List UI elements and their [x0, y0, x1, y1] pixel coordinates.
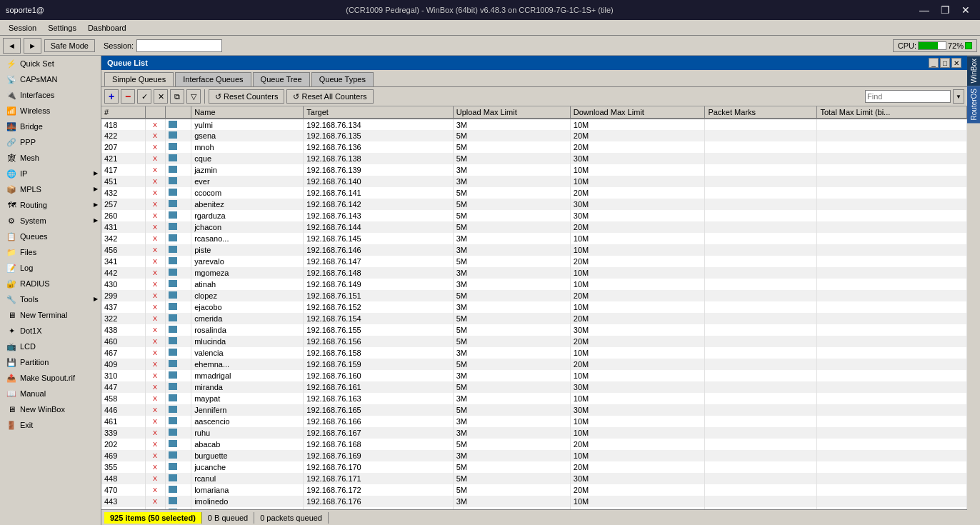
table-row[interactable]: 341 X yarevalo 192.168.76.147 5M 20M	[101, 256, 967, 267]
table-row[interactable]: 322 X cmerida 192.168.76.154 5M 20M	[101, 313, 967, 324]
table-row[interactable]: 458 X maypat 192.168.76.163 3M 10M	[101, 393, 967, 404]
table-row[interactable]: 409 X ehemna... 192.168.76.159 5M 20M	[101, 359, 967, 370]
table-row[interactable]: 467 X valencia 192.168.76.158 3M 10M	[101, 347, 967, 359]
panel-close-button[interactable]: ✕	[951, 58, 961, 68]
table-row[interactable]: 257 X abenitez 192.168.76.142 5M 30M	[101, 199, 967, 210]
tab-interface-queues[interactable]: Interface Queues	[175, 72, 251, 86]
table-row[interactable]: 207 X mnoh 192.168.76.136 5M 20M	[101, 141, 967, 153]
reset-all-counters-button[interactable]: ↺ Reset All Counters	[286, 89, 373, 104]
sidebar-item-partition[interactable]: 💾 Partition	[0, 354, 101, 370]
menu-dashboard[interactable]: Dashboard	[82, 22, 132, 34]
disable-button[interactable]: ✕	[154, 89, 168, 104]
menu-settings[interactable]: Settings	[42, 22, 82, 34]
sidebar-item-tools[interactable]: 🔧 Tools ▶	[0, 291, 101, 307]
table-row[interactable]: 342 X rcasano... 192.168.76.145 3M 10M	[101, 233, 967, 244]
menu-session[interactable]: Session	[3, 22, 42, 34]
table-row[interactable]: 443 X imolinedo 192.168.76.176 3M 10M	[101, 496, 967, 507]
panel-title-text: Queue List	[107, 59, 148, 67]
sidebar-item-exit[interactable]: 🚪 Exit	[0, 417, 101, 433]
tab-queue-types[interactable]: Queue Types	[311, 72, 374, 86]
table-row[interactable]: 355 X jucanche 192.168.76.170 5M 20M	[101, 461, 967, 473]
enable-button[interactable]: ✓	[137, 89, 151, 104]
sidebar-item-interfaces[interactable]: 🔌 Interfaces	[0, 87, 101, 103]
cell-marks	[705, 439, 817, 450]
panel-minimize-button[interactable]: _	[929, 58, 939, 68]
sidebar-item-routing[interactable]: 🗺 Routing ▶	[0, 197, 101, 213]
table-row[interactable]: 418 X yulmi 192.168.76.134 3M 10M	[101, 119, 967, 130]
col-header-upload[interactable]: Upload Max Limit	[453, 106, 570, 119]
col-header-marks[interactable]: Packet Marks	[705, 106, 817, 119]
sidebar-item-new-winbox[interactable]: 🖥 New WinBox	[0, 401, 101, 417]
table-row[interactable]: 437 X ejacobo 192.168.76.152 3M 10M	[101, 301, 967, 313]
sidebar-item-new-terminal[interactable]: 🖥 New Terminal	[0, 307, 101, 323]
table-row[interactable]: 447 X miranda 192.168.76.161 5M 30M	[101, 381, 967, 393]
table-row[interactable]: 260 X rgarduza 192.168.76.143 5M 30M	[101, 210, 967, 221]
sidebar-item-capsman[interactable]: 📡 CAPsMAN	[0, 71, 101, 87]
col-header-icon[interactable]	[165, 106, 191, 119]
restore-button[interactable]: ❐	[936, 0, 954, 20]
table-row[interactable]: 422 X gsena 192.168.76.135 5M 20M	[101, 130, 967, 141]
close-button[interactable]: ✕	[957, 0, 974, 20]
sidebar-item-log[interactable]: 📝 Log	[0, 260, 101, 276]
table-row[interactable]: 421 X cque 192.168.76.138 5M 30M	[101, 153, 967, 164]
find-input[interactable]	[865, 90, 951, 103]
cell-target: 192.168.76.141	[304, 187, 453, 199]
sidebar-item-ppp[interactable]: 🔗 PPP	[0, 134, 101, 150]
session-input[interactable]	[136, 39, 222, 52]
sidebar-item-mesh[interactable]: 🕸 Mesh	[0, 150, 101, 166]
minimize-button[interactable]: —	[915, 0, 934, 20]
copy-button[interactable]: ⧉	[170, 89, 184, 104]
col-header-download[interactable]: Download Max Limit	[570, 106, 705, 119]
sidebar-item-manual[interactable]: 📖 Manual	[0, 386, 101, 401]
add-button[interactable]: +	[104, 89, 119, 104]
table-row[interactable]: 417 X jazmin 192.168.76.139 3M 10M	[101, 164, 967, 176]
forward-button[interactable]: ►	[24, 38, 41, 54]
sidebar-item-ip[interactable]: 🌐 IP ▶	[0, 166, 101, 181]
table-row[interactable]: 438 X rosalinda 192.168.76.155 5M 30M	[101, 324, 967, 336]
col-header-name[interactable]: Name	[191, 106, 304, 119]
table-row[interactable]: 448 X rcanul 192.168.76.171 5M 30M	[101, 473, 967, 484]
sidebar-item-dot1x[interactable]: ✦ Dot1X	[0, 323, 101, 339]
sidebar-item-queues[interactable]: 📋 Queues	[0, 229, 101, 244]
sidebar-item-radius[interactable]: 🔐 RADIUS	[0, 276, 101, 291]
table-row[interactable]: 430 X atinah 192.168.76.149 3M 10M	[101, 279, 967, 290]
table-row[interactable]: 310 X mmadrigal 192.168.76.160 3M 10M	[101, 370, 967, 381]
back-button[interactable]: ◄	[3, 38, 21, 54]
sidebar-item-make-supout[interactable]: 📤 Make Supout.rif	[0, 370, 101, 386]
table-row[interactable]: 470 X lomariana 192.168.76.172 5M 20M	[101, 484, 967, 496]
filter-button[interactable]: ▽	[186, 89, 201, 104]
table-row[interactable]: 442 X mgomeza 192.168.76.148 3M 10M	[101, 267, 967, 279]
col-header-x[interactable]	[145, 106, 165, 119]
table-row[interactable]: 460 X mlucinda 192.168.76.156 5M 20M	[101, 336, 967, 347]
col-header-target[interactable]: Target	[304, 106, 453, 119]
sidebar-item-mpls[interactable]: 📦 MPLS ▶	[0, 181, 101, 197]
table-row[interactable]: 446 X Jennifern 192.168.76.165 5M 30M	[101, 404, 967, 416]
safe-mode-button[interactable]: Safe Mode	[44, 39, 95, 52]
sidebar-item-wireless[interactable]: 📶 Wireless	[0, 103, 101, 119]
table-row[interactable]: 432 X ccocom 192.168.76.141 5M 20M	[101, 187, 967, 199]
panel-restore-button[interactable]: □	[940, 58, 950, 68]
cell-marks	[705, 484, 817, 496]
table-row[interactable]: 461 X aascencio 192.168.76.166 3M 10M	[101, 416, 967, 427]
table-row[interactable]: 339 X ruhu 192.168.76.167 3M 10M	[101, 427, 967, 439]
find-dropdown-button[interactable]: ▼	[953, 89, 964, 104]
sidebar-item-files[interactable]: 📁 Files	[0, 244, 101, 260]
table-row[interactable]: 456 X piste 192.168.76.146 3M 10M	[101, 244, 967, 256]
table-row[interactable]: 451 X ever 192.168.76.140 3M 10M	[101, 176, 967, 187]
remove-button[interactable]: −	[121, 89, 135, 104]
table-row[interactable]: 299 X clopez 192.168.76.151 5M 20M	[101, 290, 967, 301]
content-area: Queue List _ □ ✕ Simple Queues Interface…	[101, 56, 967, 525]
col-header-total[interactable]: Total Max Limit (bi...	[817, 106, 967, 119]
sidebar-item-lcd[interactable]: 📺 LCD	[0, 339, 101, 354]
sidebar-item-quick-set[interactable]: ⚡ Quick Set	[0, 56, 101, 71]
reset-counters-button[interactable]: ↺ Reset Counters	[209, 89, 284, 104]
table-row[interactable]: 202 X abacab 192.168.76.168 5M 20M	[101, 439, 967, 450]
sidebar-item-system[interactable]: ⚙ System ▶	[0, 213, 101, 229]
tab-simple-queues[interactable]: Simple Queues	[104, 72, 174, 86]
tab-queue-tree[interactable]: Queue Tree	[253, 72, 310, 86]
col-header-num[interactable]: #	[101, 106, 145, 119]
table-row[interactable]: 469 X burguette 192.168.76.169 3M 10M	[101, 450, 967, 461]
toolbar: ◄ ► Safe Mode Session: CPU: 72%	[0, 36, 980, 56]
table-row[interactable]: 431 X jchacon 192.168.76.144 5M 20M	[101, 221, 967, 233]
sidebar-item-bridge[interactable]: 🌉 Bridge	[0, 119, 101, 134]
